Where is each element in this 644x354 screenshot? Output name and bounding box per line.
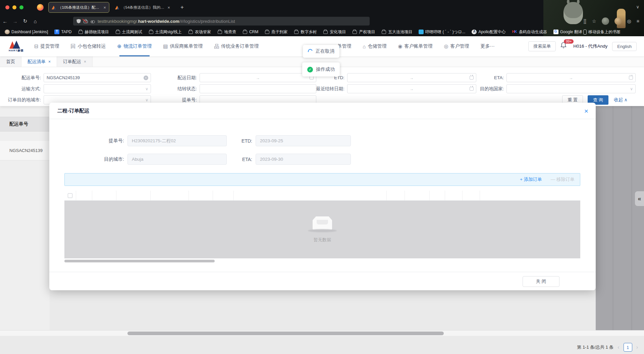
- bookmark-item[interactable]: 土流网测试: [115, 29, 142, 35]
- app-nav-item[interactable]: 更多···: [481, 36, 495, 56]
- current-user[interactable]: H016 - 代伟Andy: [573, 43, 607, 49]
- bookmark-item[interactable]: 五大连池项目: [381, 29, 412, 35]
- bookmark-item[interactable]: Apollo配置中心: [472, 29, 505, 35]
- bookmark-item[interactable]: 燕子到家: [265, 29, 287, 35]
- bookmark-item[interactable]: Dashboard [Jenkins]: [5, 30, 48, 34]
- workspace-tab[interactable]: 订单配运 ×: [57, 56, 93, 67]
- select-all-checkbox[interactable]: [68, 193, 72, 198]
- horizontal-scrollbar[interactable]: [0, 330, 644, 336]
- app-nav-item[interactable]: ◉ 客户账单管理: [398, 36, 432, 56]
- url-bar[interactable]: testtrunkbookingmgr.hart-worldwide.com/#…: [73, 17, 370, 26]
- modal-table-column-header: [92, 191, 116, 200]
- po-no-input-field[interactable]: [47, 75, 148, 80]
- modal-footer: 关 闭: [49, 272, 596, 290]
- dist-date-range-input[interactable]: →: [200, 73, 316, 82]
- bookmark-item[interactable]: 农场管家: [188, 29, 211, 35]
- bookmark-item[interactable]: TAPD: [54, 30, 71, 34]
- new-tab-button[interactable]: +: [180, 4, 184, 11]
- account-icon[interactable]: ◎: [627, 18, 631, 24]
- bookmark-label: 产权项目: [359, 29, 375, 35]
- bl-no-input-field[interactable]: [203, 97, 313, 102]
- browser-tab[interactable]: （54条推送信息）我的客户 - 赫德 ×: [112, 2, 173, 13]
- bookmark-item[interactable]: 地查查: [217, 29, 236, 35]
- menu-hamburger-icon[interactable]: ≡: [637, 18, 639, 24]
- app-nav-item[interactable]: 品 传统业务订单管理: [214, 36, 259, 56]
- bookmark-item[interactable]: 条码自动生成器: [512, 29, 547, 35]
- app-nav-item[interactable]: ⊕ 物流订单管理: [117, 36, 152, 56]
- modal-close-icon[interactable]: ×: [584, 107, 588, 114]
- bookmark-item[interactable]: 土流网stg/线上: [149, 29, 182, 35]
- app-nav-item[interactable]: ◎ 客户管理: [444, 36, 469, 56]
- modal-close-button[interactable]: 关 闭: [523, 276, 559, 287]
- back-icon[interactable]: ←: [0, 18, 10, 24]
- tab-overflow-chevron-icon[interactable]: ∨: [636, 4, 639, 9]
- app-nav-item[interactable]: ⊟ 提货管理: [34, 36, 59, 56]
- recent-carryover-date-input[interactable]: →: [347, 84, 476, 93]
- firefox-view-icon[interactable]: [37, 4, 44, 11]
- filter-label-dist-date: 配运日期:: [154, 75, 200, 81]
- workspace-tab-label: 配运清单: [28, 59, 46, 65]
- workspace-tab[interactable]: 配运清单 ×: [21, 56, 57, 67]
- profile-avatar-icon[interactable]: [614, 17, 622, 25]
- extensions-grid-icon[interactable]: ⣿: [583, 18, 587, 24]
- etd-date-input[interactable]: →: [347, 73, 476, 82]
- workspace-tab[interactable]: 首页: [0, 56, 21, 67]
- nav-item-label: 小包仓储转运: [78, 43, 106, 49]
- page-number-button[interactable]: 1: [624, 343, 632, 352]
- app-nav-item[interactable]: ▤ 供应商账单管理: [163, 36, 203, 56]
- add-order-link[interactable]: + 添加订单: [520, 176, 542, 183]
- home-icon[interactable]: ⌂: [30, 18, 40, 24]
- bookmark-item[interactable]: 赫德物流项目: [78, 29, 109, 35]
- extension-avatar-icon[interactable]: [602, 17, 609, 25]
- search-menu-button[interactable]: 搜索菜单: [528, 41, 556, 51]
- filter-label-recent-carryover: 最近结转日期:: [302, 86, 347, 92]
- carryover-status-input-field[interactable]: [203, 86, 313, 91]
- eta-date-input[interactable]: →: [506, 73, 636, 82]
- prev-page-icon[interactable]: ‹: [618, 344, 619, 350]
- permissions-icon[interactable]: [91, 20, 95, 23]
- app-nav-item[interactable]: 回 小包仓储转运: [71, 36, 106, 56]
- remove-order-link[interactable]: — 移除订单: [551, 176, 575, 183]
- modal-horizontal-scrollbar-thumb[interactable]: [64, 260, 215, 262]
- tab-close-icon[interactable]: ×: [103, 5, 106, 10]
- filter-label-bl-no: 提单号:: [154, 97, 200, 103]
- bookmark-star-icon[interactable]: ☆: [592, 18, 596, 24]
- tracking-shield-icon[interactable]: [76, 19, 81, 23]
- app-logo[interactable]: HART赫德: [0, 41, 32, 52]
- horizontal-scrollbar-thumb[interactable]: [127, 332, 444, 335]
- bookmark-item[interactable]: CRM: [243, 30, 258, 34]
- tab-close-icon[interactable]: ×: [167, 5, 170, 10]
- bookmark-label: 土流网stg/线上: [155, 29, 182, 35]
- second-leg-dispatch-modal: 二程-订单配运 × 提单号: H2309202175-二程02 ETD: 202…: [49, 103, 596, 290]
- bookmark-item-mobile[interactable]: 移动设备上的书签: [583, 28, 621, 36]
- forward-icon[interactable]: →: [10, 18, 20, 24]
- clear-icon[interactable]: ×: [144, 75, 148, 80]
- window-controls: [5, 5, 23, 9]
- app-nav-item[interactable]: ⌂ 仓储管理: [363, 36, 386, 56]
- assigned-orders-summary-bar: + 添加订单 — 移除订单: [64, 173, 580, 186]
- results-table-row[interactable]: NGSACN245139: [0, 141, 50, 160]
- bookmark-item[interactable]: 安化项目: [323, 29, 346, 35]
- bookmark-item[interactable]: 产权项目: [352, 29, 375, 35]
- window-close-button[interactable]: [5, 5, 9, 9]
- po-no-input[interactable]: ×: [44, 73, 151, 82]
- next-page-icon[interactable]: ›: [636, 344, 638, 350]
- side-drawer-collapse-handle[interactable]: «: [635, 191, 644, 206]
- collapse-filters-link[interactable]: 收起 ∧: [614, 97, 628, 103]
- dest-country-select[interactable]: ∨: [506, 84, 636, 93]
- tab-close-icon[interactable]: ×: [84, 59, 86, 64]
- window-zoom-button[interactable]: [19, 5, 23, 9]
- language-toggle-button[interactable]: English: [612, 42, 637, 51]
- browser-tab[interactable]: （105条推送信息）配运清单 - 赫德 ×: [48, 2, 109, 13]
- filter-label-carryover-status: 结转状态:: [154, 86, 200, 92]
- carryover-status-input[interactable]: [200, 84, 316, 93]
- insecure-lock-icon[interactable]: [84, 20, 88, 23]
- window-minimize-button[interactable]: [12, 5, 16, 9]
- bookmark-item[interactable]: 哔哩哔哩 ( ´ - ` )つロ...: [419, 29, 465, 35]
- notifications[interactable]: 99+: [560, 42, 569, 51]
- transport-select[interactable]: ∨: [44, 84, 151, 93]
- reload-icon[interactable]: ↻: [20, 18, 30, 24]
- tab-close-icon[interactable]: ×: [48, 59, 51, 64]
- bookmark-item[interactable]: Google 翻译: [553, 29, 582, 35]
- bookmark-item[interactable]: 数字乡村: [294, 29, 317, 35]
